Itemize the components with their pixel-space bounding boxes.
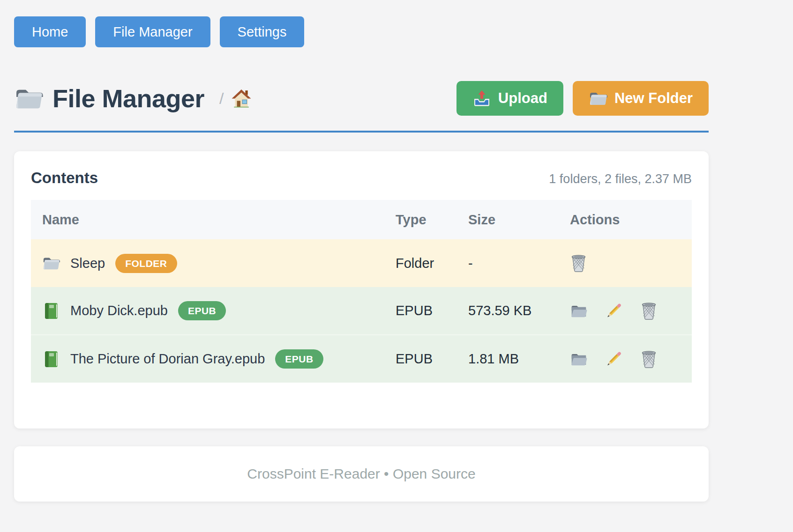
- page-header: File Manager / Upload New Folder: [14, 81, 709, 116]
- item-name: Moby Dick.epub: [70, 303, 168, 318]
- contents-card: Contents 1 folders, 2 files, 2.37 MB Nam…: [14, 151, 709, 429]
- move-icon[interactable]: [570, 350, 587, 368]
- row-actions: [570, 254, 692, 272]
- item-size: 1.81 MB: [457, 335, 559, 383]
- header-divider: [14, 131, 709, 133]
- edit-icon[interactable]: [605, 302, 622, 320]
- epub-badge: EPUB: [178, 301, 226, 320]
- upload-icon: [472, 89, 491, 107]
- page: Home File Manager Settings File Manager …: [14, 0, 709, 502]
- file-name-link[interactable]: Moby Dick.epub EPUB: [42, 301, 384, 320]
- new-folder-button-label: New Folder: [614, 90, 693, 107]
- column-header-type: Type: [384, 200, 457, 239]
- header-actions: Upload New Folder: [456, 81, 709, 116]
- nav-button-home[interactable]: Home: [14, 16, 86, 47]
- contents-title: Contents: [31, 169, 98, 187]
- column-header-actions: Actions: [559, 200, 692, 239]
- upload-button[interactable]: Upload: [456, 81, 563, 116]
- footer-text: CrossPoint E-Reader • Open Source: [247, 466, 475, 482]
- table-row: The Picture of Dorian Gray.epub EPUB EPU…: [31, 335, 692, 383]
- top-nav: Home File Manager Settings: [14, 16, 709, 47]
- page-title-group: File Manager: [14, 84, 204, 113]
- column-header-size: Size: [457, 200, 559, 239]
- book-icon: [42, 350, 60, 368]
- book-icon: [42, 302, 60, 320]
- table-row: Moby Dick.epub EPUB EPUB 573.59 KB: [31, 287, 692, 335]
- footer: CrossPoint E-Reader • Open Source: [14, 446, 709, 502]
- item-type: EPUB: [384, 335, 457, 383]
- breadcrumb: /: [219, 89, 251, 108]
- edit-icon[interactable]: [605, 350, 622, 368]
- item-type: EPUB: [384, 287, 457, 335]
- folder-icon: [42, 254, 60, 272]
- nav-button-settings[interactable]: Settings: [220, 16, 305, 47]
- new-folder-button[interactable]: New Folder: [573, 81, 709, 116]
- folder-name-link[interactable]: Sleep FOLDER: [42, 254, 384, 273]
- upload-button-label: Upload: [498, 90, 547, 107]
- file-table: Name Type Size Actions Sleep FOLDER F: [31, 200, 692, 383]
- row-actions: [570, 350, 692, 368]
- breadcrumb-separator: /: [219, 89, 224, 108]
- table-row: Sleep FOLDER Folder -: [31, 239, 692, 287]
- home-icon[interactable]: [232, 89, 251, 108]
- delete-icon[interactable]: [570, 254, 587, 272]
- row-actions: [570, 302, 692, 320]
- column-header-name: Name: [31, 200, 384, 239]
- item-name: Sleep: [70, 256, 105, 271]
- table-header-row: Name Type Size Actions: [31, 200, 692, 239]
- move-icon[interactable]: [570, 302, 587, 320]
- epub-badge: EPUB: [275, 349, 323, 369]
- delete-icon[interactable]: [640, 350, 658, 368]
- folder-icon: [589, 89, 607, 107]
- page-title: File Manager: [52, 84, 204, 113]
- file-name-link[interactable]: The Picture of Dorian Gray.epub EPUB: [42, 349, 384, 369]
- folder-badge: FOLDER: [115, 254, 177, 273]
- item-size: 573.59 KB: [457, 287, 559, 335]
- delete-icon[interactable]: [640, 302, 658, 320]
- item-size: -: [457, 239, 559, 287]
- item-name: The Picture of Dorian Gray.epub: [70, 351, 265, 367]
- item-type: Folder: [384, 239, 457, 287]
- folder-icon: [14, 86, 43, 111]
- contents-summary: 1 folders, 2 files, 2.37 MB: [549, 172, 692, 186]
- contents-card-header: Contents 1 folders, 2 files, 2.37 MB: [31, 169, 692, 187]
- nav-button-file-manager[interactable]: File Manager: [95, 16, 210, 47]
